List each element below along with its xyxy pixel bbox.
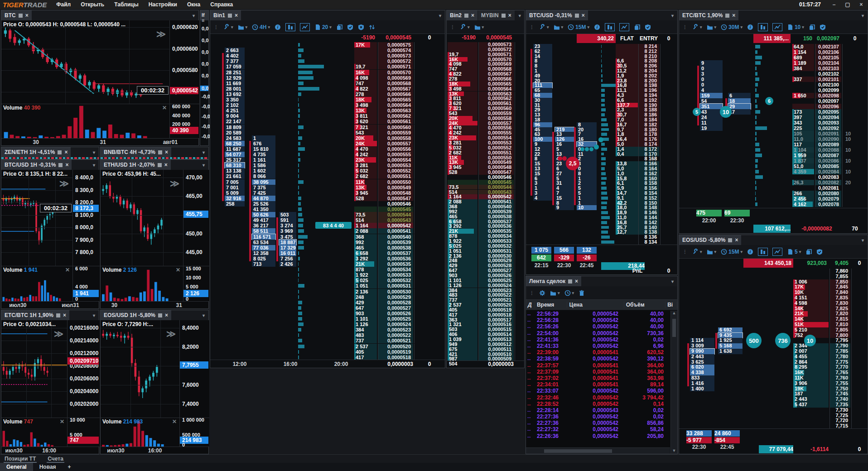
ladder-row[interactable]: 4 2420,0000555	[210, 152, 445, 157]
ladder-row[interactable]: 2 1360,0000530	[210, 289, 445, 294]
ladder-row[interactable]: 7,725	[679, 413, 868, 418]
ladder-row[interactable]: 2780,0000566	[210, 91, 445, 97]
tape-row[interactable]: ...22:28:520,00005420,14	[526, 401, 670, 407]
ladder-row[interactable]: 1170,002089	[679, 142, 868, 147]
ladder-row[interactable]: 9030,0000526	[210, 311, 445, 316]
ladder-row[interactable]: 16K0,0000570	[210, 70, 445, 75]
chevron-down-icon[interactable]: ▾	[89, 313, 99, 318]
menu-Открыть[interactable]: Открыть	[76, 1, 109, 8]
ladder-row[interactable]: 3 2920,0000536	[447, 224, 524, 229]
eosusd1h-chart-tab[interactable]: EOS/USD 1H -5,80%×	[101, 310, 172, 320]
ladder-row[interactable]: 11K0,0000550	[447, 155, 524, 160]
menu-Файл[interactable]: Файл	[51, 1, 76, 8]
ladder-row[interactable]: 1 9590,002087	[679, 153, 868, 158]
ladder-row[interactable]: 24K0,0000557	[210, 141, 445, 146]
tape-vscrollbar[interactable]: ▲▼	[670, 311, 677, 454]
chevron-down-icon[interactable]: ▾	[199, 313, 208, 318]
menu-Справка[interactable]: Справка	[205, 1, 238, 8]
expand-icon[interactable]: ≫	[170, 178, 179, 189]
folder-tool[interactable]: ▾	[474, 24, 484, 30]
linechart-tool[interactable]	[772, 248, 782, 256]
tape-row[interactable]: ...22:27:320,000054258,24	[526, 426, 670, 433]
ladder-row[interactable]: 5140,0000543	[447, 190, 524, 195]
etcbtc1h-chart-tab[interactable]: ETC/BTC 1H 1,90%×	[1, 310, 70, 320]
tape-row[interactable]: ...22:34:010,000054189,14	[526, 381, 670, 388]
chevron-down-icon[interactable]: ▾	[89, 163, 99, 168]
ladder-row[interactable]: 13K0,0000549	[210, 185, 445, 190]
bin1-dom-tab-0[interactable]: Bin1×	[210, 10, 241, 20]
expand-icon[interactable]: ≫	[166, 328, 176, 339]
tape-row[interactable]: ...22:39:000,0000541620,52	[526, 349, 670, 356]
ladder-row[interactable]: 5280,0000547	[447, 170, 524, 175]
ladder-row[interactable]: 16,88 142	[526, 220, 677, 225]
shield-ok-tool[interactable]	[820, 24, 826, 30]
ladder-row[interactable]: 7470,0000568	[210, 81, 445, 86]
ladder-row[interactable]: 2 0880,0000541	[447, 199, 524, 204]
ladder-row[interactable]: 3 2920,0000536	[210, 256, 445, 261]
ladder-row[interactable]: 3 9450,0000548	[447, 165, 524, 170]
ladder-row[interactable]: 18K0,0000565	[210, 97, 445, 102]
ladder-row[interactable]: 0,0000545	[447, 180, 524, 185]
ladder-row[interactable]: 4060,0000514	[447, 332, 524, 337]
file-tool[interactable]: 10▾	[787, 24, 804, 30]
ladder-row[interactable]: 1 0510,0000531	[447, 249, 524, 254]
ladder-row[interactable]: 19,70,0000571	[210, 64, 445, 69]
ladder-row[interactable]: 2780,0000566	[447, 77, 524, 82]
ladder-row[interactable]: 1 1040,00208810	[679, 147, 868, 153]
tape-row[interactable]: ...22:56:280,000054240,00	[526, 317, 670, 323]
ladder-row[interactable]: 3840,0000523	[447, 288, 524, 293]
ladder-row[interactable]: 1 1260,0000524	[210, 322, 445, 327]
file-tool[interactable]: 5▾	[787, 249, 801, 255]
zeneth-chart-tab[interactable]: ZEN/ETH 1H -4,51%×	[1, 147, 71, 157]
ladder-row[interactable]: 0,002081	[679, 185, 868, 191]
ladder-row[interactable]: 4 8220,0000567	[447, 72, 524, 77]
clock-tool[interactable]: 30M▾	[721, 24, 743, 30]
chevron-down-icon[interactable]: ▾	[858, 238, 868, 243]
ladder-row[interactable]: 4830,0000522	[447, 293, 524, 298]
ladder-row[interactable]: 5 0320,0000552	[210, 168, 445, 173]
shield-ok-tool[interactable]	[645, 24, 651, 30]
chevron-down-icon[interactable]: ▾	[89, 150, 99, 155]
menu-Настройки[interactable]: Настройки	[144, 1, 182, 8]
ladder-row[interactable]: 0,0000546	[447, 175, 524, 180]
ladder-row[interactable]: 3680,0000540	[210, 234, 445, 240]
folder-tool[interactable]: ▾	[707, 24, 717, 30]
ethusd1h-chart-tab[interactable]: ETH/USD 1H -2,07%×	[101, 160, 171, 170]
drag-grip[interactable]: ⋮	[450, 24, 455, 29]
tape-col-2[interactable]: Цена	[567, 302, 624, 308]
ladder-row[interactable]: 24K0,0000557	[447, 121, 524, 126]
ladder-row[interactable]: 4170,0000518	[447, 312, 524, 317]
linechart-tool[interactable]	[300, 23, 310, 31]
tape-col-1[interactable]: Время	[535, 302, 568, 308]
ladder-row[interactable]: 2 5370,0000520	[447, 303, 524, 308]
close-icon[interactable]: ×	[165, 149, 168, 155]
ladder-row[interactable]: 1877,745	[679, 391, 868, 397]
ladder-row[interactable]: 14K7,825	[679, 306, 868, 312]
ladder-row[interactable]: 4170,0000518	[210, 355, 445, 360]
shield-ok-tool[interactable]	[816, 249, 823, 255]
ladder-row[interactable]: 2480,0000529	[210, 294, 445, 300]
table-tab-Позиции ТТ[interactable]: Позиции ТТ	[4, 455, 37, 463]
clock-tool[interactable]: 15M▾	[568, 24, 589, 30]
ladder-row[interactable]: 5 0250,0000532	[447, 244, 524, 249]
tape-row[interactable]: ...22:28:140,00005430,02	[526, 407, 670, 413]
ladder-row[interactable]: 2 4437,740	[679, 397, 868, 402]
ladder-row[interactable]: 5 0320,0000552	[447, 145, 524, 150]
ladder-row[interactable]: 1 9220,0000533	[210, 272, 445, 278]
tape-row[interactable]: ...22:41:330,00005426,96	[526, 343, 670, 349]
ladder-row[interactable]: 21K0,0000535	[447, 229, 524, 234]
ladder-row[interactable]: 4 0980,0000569	[210, 75, 445, 81]
ladder-row[interactable]: 7 3210,0000560	[447, 106, 524, 111]
ladder-row[interactable]: 2 0880,0000541	[210, 228, 445, 234]
ladder-row[interactable]: 4830,0000522	[210, 332, 445, 338]
ladder-row[interactable]: 3680,0000540	[447, 204, 524, 209]
close-indicator-icon[interactable]: ✕	[162, 105, 167, 111]
layout-tab-Новая[interactable]: Новая	[33, 463, 63, 471]
ladder-row[interactable]: 25,78 140	[526, 225, 677, 230]
ladder-row[interactable]: 21K7,820	[679, 311, 868, 317]
ladder-row[interactable]: 3 9450,0000548	[210, 190, 445, 196]
ladder-row[interactable]: 4050,0000519	[447, 308, 524, 312]
ladder-row[interactable]: 4 1620,002078	[679, 202, 868, 207]
menu-Таблицы[interactable]: Таблицы	[109, 1, 143, 8]
table-tab-Счета[interactable]: Счета	[47, 455, 64, 463]
